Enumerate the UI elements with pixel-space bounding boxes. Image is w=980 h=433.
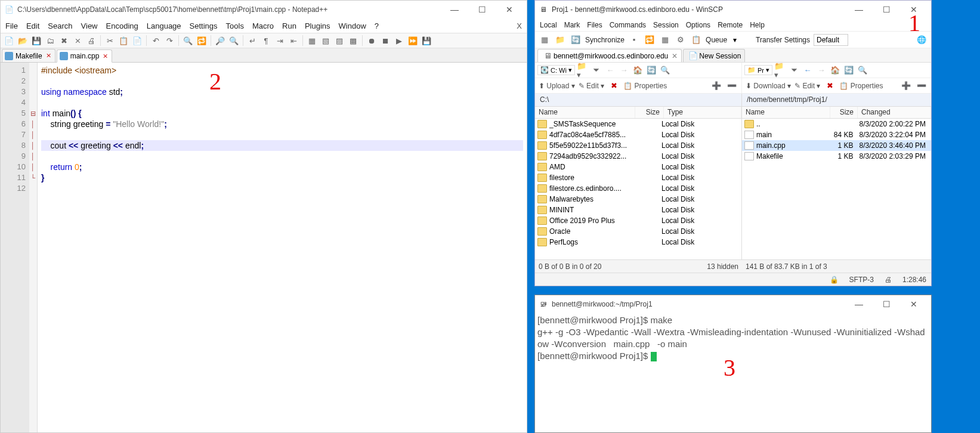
sync-icon[interactable]: 🔄 — [570, 34, 582, 46]
saverec-icon[interactable]: 💾 — [421, 35, 432, 47]
wrap-icon[interactable]: ↵ — [246, 35, 258, 47]
menu-help[interactable]: Help — [750, 21, 765, 29]
menu-commands[interactable]: Commands — [610, 21, 646, 29]
stop-icon[interactable]: ⏹ — [379, 35, 391, 47]
npp-titlebar[interactable]: 📄 C:\Users\dbennett\AppData\Local\Temp\s… — [1, 1, 527, 18]
minimize-button[interactable]: — — [441, 1, 468, 18]
close-icon[interactable]: ✖ — [58, 35, 70, 47]
minus-icon[interactable]: ➖ — [916, 80, 928, 92]
copy-icon[interactable]: 📋 — [118, 35, 129, 47]
back-icon[interactable]: ← — [604, 64, 616, 76]
local-drive-selector[interactable]: 💽 C: Wi ▾ — [537, 65, 575, 75]
tab-close-icon[interactable]: ⨯ — [46, 52, 51, 60]
properties-button[interactable]: 📋 Properties — [623, 82, 667, 90]
menu-file[interactable]: File — [5, 21, 18, 30]
menu-encoding[interactable]: Encoding — [106, 21, 138, 30]
menu-search[interactable]: Search — [48, 21, 72, 30]
history-icon[interactable]: ⏷ — [591, 64, 602, 76]
print-icon[interactable]: 🖨 — [85, 35, 97, 47]
zoomin-icon[interactable]: 🔎 — [214, 35, 226, 47]
toolbar-icon[interactable]: ▦ — [539, 34, 551, 46]
menu-mark[interactable]: Mark — [564, 21, 580, 29]
menu-run[interactable]: Run — [282, 21, 296, 30]
edit-button[interactable]: ✎ Edit ▾ — [794, 82, 820, 90]
menu-plugins[interactable]: Plugins — [305, 21, 330, 30]
showall-icon[interactable]: ¶ — [260, 35, 272, 47]
new-icon[interactable]: 📄 — [3, 35, 15, 47]
delete-icon[interactable]: ✖ — [608, 80, 620, 92]
list-item[interactable]: ..8/3/2020 2:00:22 PM — [742, 119, 931, 129]
printer-icon[interactable]: 🖨 — [885, 276, 892, 284]
list-item[interactable]: 5f5e59022e11b5d37f3...Local Disk — [535, 140, 741, 151]
remote-path[interactable]: /home/bennett/tmp/Proj1/ — [742, 94, 931, 107]
find-icon[interactable]: 🔍 — [857, 64, 868, 76]
find-icon[interactable]: 🔍 — [659, 64, 671, 76]
edit-button[interactable]: ✎ Edit ▾ — [579, 82, 604, 90]
list-item[interactable]: MalwarebytesLocal Disk — [535, 194, 741, 205]
minimize-button[interactable]: — — [845, 295, 873, 313]
list-item[interactable]: main84 KB8/3/2020 3:22:04 PM — [742, 129, 931, 140]
toolbar-icon[interactable]: ▨ — [333, 35, 345, 47]
menu-help[interactable]: ? — [375, 21, 379, 30]
npp-editor[interactable]: 123 456 789 101112 ⊟│││││└ #include <ios… — [1, 63, 527, 432]
terminal-titlebar[interactable]: 🖳 bennett@mirkwood:~/tmp/Proj1 — ☐ ✕ — [535, 295, 931, 313]
history-icon[interactable]: ⏷ — [788, 64, 800, 76]
remote-drive-selector[interactable]: 📁 Pr ▾ — [744, 65, 772, 75]
cut-icon[interactable]: ✂ — [104, 35, 116, 47]
folder-icon[interactable]: 📁▾ — [774, 64, 786, 76]
list-item[interactable]: _SMSTaskSequenceLocal Disk — [535, 119, 741, 129]
maximize-button[interactable]: ☐ — [873, 295, 900, 313]
list-item[interactable]: 4df7ac08c4ae5cf7885...Local Disk — [535, 129, 741, 140]
code-area[interactable]: #include <iostream> using namespace std;… — [38, 63, 527, 432]
local-file-list[interactable]: _SMSTaskSequenceLocal Disk4df7ac08c4ae5c… — [535, 119, 741, 259]
list-item[interactable]: Office 2019 Pro PlusLocal Disk — [535, 215, 741, 226]
maximize-button[interactable]: ☐ — [873, 1, 900, 18]
close-button[interactable]: ✕ — [496, 1, 523, 18]
transfer-settings-select[interactable]: Default — [814, 34, 848, 46]
tab-main-cpp[interactable]: main.cpp ⨯ — [57, 50, 113, 63]
forward-icon[interactable]: → — [618, 64, 630, 76]
minimize-button[interactable]: — — [845, 1, 873, 18]
close-button[interactable]: ✕ — [900, 295, 928, 313]
play-icon[interactable]: ▶ — [393, 35, 405, 47]
gear-icon[interactable]: ⚙ — [675, 34, 687, 46]
menu-session[interactable]: Session — [653, 21, 679, 29]
menu-edit[interactable]: Edit — [26, 21, 39, 30]
close-icon[interactable]: ✕ — [672, 52, 678, 60]
list-item[interactable]: PerfLogsLocal Disk — [535, 237, 741, 248]
toolbar-icon[interactable]: 🔁 — [644, 34, 656, 46]
list-item[interactable]: filestoreLocal Disk — [535, 172, 741, 183]
menu-macro[interactable]: Macro — [252, 21, 274, 30]
find-icon[interactable]: 🔍 — [182, 35, 194, 47]
folder-icon[interactable]: 📁▾ — [577, 64, 589, 76]
list-item[interactable]: Makefile1 KB8/3/2020 2:03:29 PM — [742, 151, 931, 162]
menu-window[interactable]: Window — [339, 21, 366, 30]
queue-icon[interactable]: 📋 — [690, 34, 702, 46]
new-icon[interactable]: ➕ — [900, 80, 912, 92]
download-button[interactable]: ⬇ Download ▾ — [746, 82, 791, 90]
forward-icon[interactable]: → — [815, 64, 827, 76]
list-item[interactable]: MININTLocal Disk — [535, 205, 741, 215]
local-path[interactable]: C:\ — [535, 94, 742, 107]
menu-settings[interactable]: Settings — [190, 21, 218, 30]
upload-button[interactable]: ⬆ Upload ▾ — [539, 82, 575, 90]
list-item[interactable]: filestore.cs.edinboro....Local Disk — [535, 183, 741, 194]
remote-file-list[interactable]: ..8/3/2020 2:00:22 PMmain84 KB8/3/2020 3… — [742, 119, 931, 259]
local-header[interactable]: Name Size Type — [535, 107, 741, 119]
toolbar-icon[interactable]: ▧ — [320, 35, 332, 47]
toolbar-icon[interactable]: 📁 — [554, 34, 566, 46]
toolbar-icon[interactable]: ▦ — [659, 34, 671, 46]
menu-local[interactable]: Local — [540, 21, 557, 29]
remote-header[interactable]: Name Size Changed — [742, 107, 931, 119]
record-icon[interactable]: ⏺ — [366, 35, 378, 47]
menu-files[interactable]: Files — [587, 21, 602, 29]
closeall-icon[interactable]: ⨯ — [72, 35, 84, 47]
save-icon[interactable]: 💾 — [30, 35, 42, 47]
open-icon[interactable]: 📂 — [17, 35, 29, 47]
delete-icon[interactable]: ✖ — [824, 80, 836, 92]
paste-icon[interactable]: 📄 — [131, 35, 143, 47]
saveall-icon[interactable]: 🗂 — [44, 35, 56, 47]
new-icon[interactable]: ➕ — [710, 80, 722, 92]
tab-makefile[interactable]: Makefile ⨯ — [2, 49, 55, 62]
menu-remote[interactable]: Remote — [718, 21, 743, 29]
